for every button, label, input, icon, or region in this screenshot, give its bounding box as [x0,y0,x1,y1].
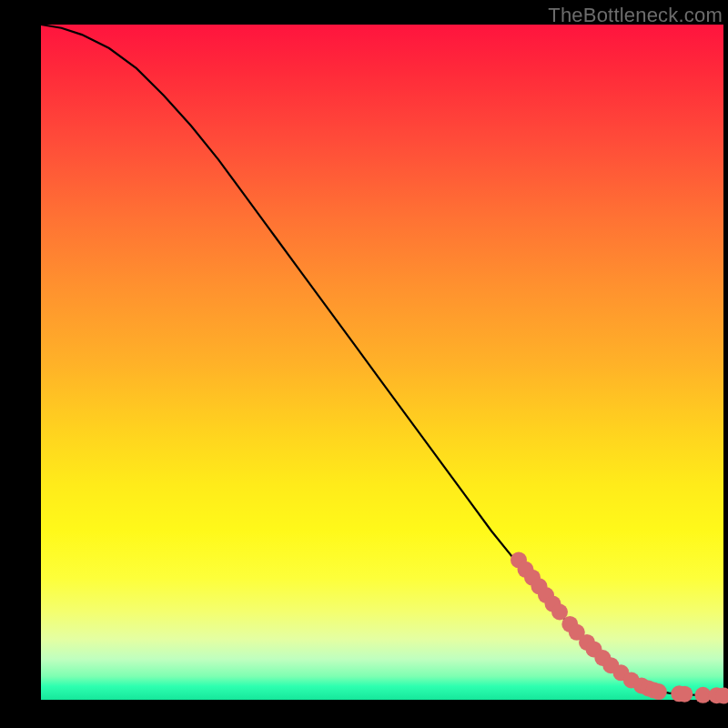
curve-markers [511,551,728,703]
watermark-text: TheBottleneck.com [548,4,723,27]
chart-frame: TheBottleneck.com [0,0,728,728]
plot-area [41,25,723,700]
data-marker [676,686,693,703]
data-marker [651,683,667,700]
bottleneck-curve [41,25,723,696]
chart-svg [41,25,723,700]
